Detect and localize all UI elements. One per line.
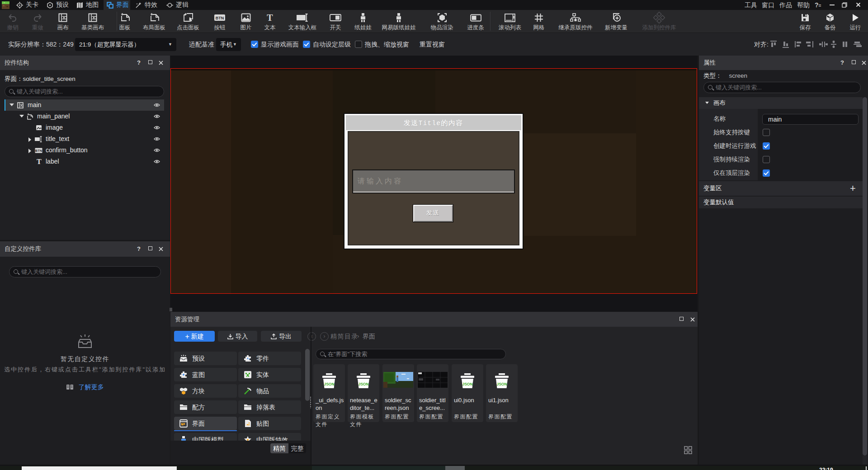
svg-text:BTN: BTN (216, 16, 224, 20)
svg-text:JSON: JSON (358, 382, 368, 386)
svg-text:BTN: BTN (35, 149, 42, 153)
svg-text:JSON: JSON (496, 382, 507, 386)
svg-text:JSON: JSON (462, 382, 472, 386)
svg-text:T: T (267, 13, 273, 22)
svg-text:JSON: JSON (324, 382, 334, 386)
